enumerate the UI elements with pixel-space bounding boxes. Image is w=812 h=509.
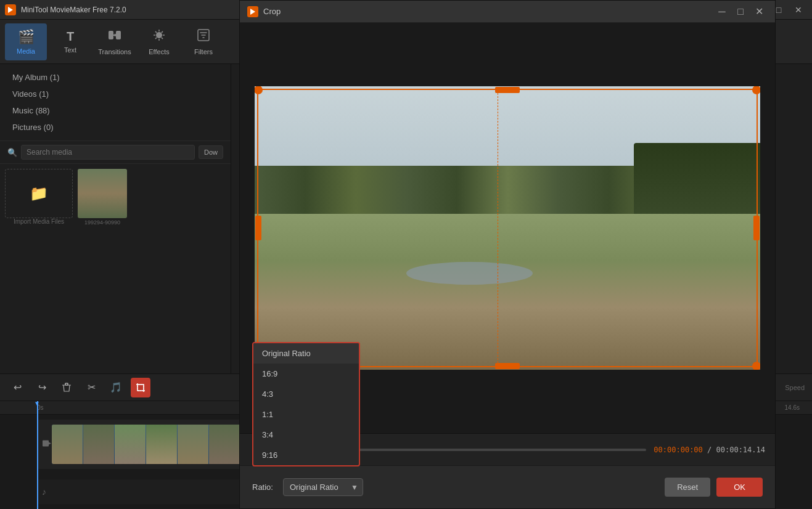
transitions-icon <box>108 28 121 46</box>
toolbar-item-media[interactable]: 🎬 Media <box>5 23 47 60</box>
svg-rect-6 <box>137 385 144 391</box>
crop-handle-bottom-right[interactable] <box>752 362 760 370</box>
crop-handle-bottom[interactable] <box>495 363 520 369</box>
import-media-button[interactable]: 📁 <box>5 169 73 218</box>
import-media-label: Import Media Files <box>14 218 64 225</box>
ratio-option-9-16[interactable]: 9:16 <box>253 445 359 465</box>
svg-marker-9 <box>250 9 255 15</box>
undo-button[interactable]: ↩ <box>7 378 27 397</box>
svg-rect-1 <box>109 31 113 39</box>
timeline-mark-end: 14.6s <box>785 404 800 411</box>
toolbar-item-transitions[interactable]: Transitions <box>94 23 136 60</box>
svg-marker-8 <box>49 442 51 445</box>
toolbar-filters-label: Filters <box>194 48 213 55</box>
crop-handle-top-left[interactable] <box>255 86 263 94</box>
text-icon: T <box>67 30 74 44</box>
close-button[interactable]: ✕ <box>790 1 807 18</box>
audio-track-icon: ♪ <box>42 487 46 497</box>
crop-selection-box[interactable] <box>257 89 758 367</box>
time-separator: / <box>703 446 716 454</box>
crop-handle-top-right[interactable] <box>752 86 760 94</box>
search-input[interactable] <box>21 145 195 160</box>
sidebar-item-album[interactable]: My Album (1) <box>7 69 223 86</box>
svg-rect-2 <box>116 31 121 39</box>
crop-close-button[interactable]: ✕ <box>750 3 768 20</box>
toolbar-transitions-label: Transitions <box>98 48 131 55</box>
toolbar-text-label: Text <box>64 46 76 54</box>
sidebar-item-music[interactable]: Music (88) <box>7 102 223 119</box>
media-grid: 📁 Import Media Files 199294-90990 <box>0 164 231 373</box>
crop-title-bar: Crop ─ □ ✕ <box>240 1 775 23</box>
crop-maximize-button[interactable]: □ <box>732 3 749 20</box>
redo-button[interactable]: ↪ <box>32 378 52 397</box>
cut-button[interactable]: ✂ <box>81 378 101 397</box>
toolbar-item-text[interactable]: T Text <box>49 23 91 60</box>
svg-rect-5 <box>65 383 68 385</box>
ratio-option-original[interactable]: Original Ratio <box>253 343 359 364</box>
crop-action-buttons: Reset OK <box>665 478 763 497</box>
media-thumbnail[interactable] <box>78 169 127 218</box>
ratio-option-16-9[interactable]: 16:9 <box>253 364 359 384</box>
toolbar-item-filters[interactable]: Filters <box>182 23 224 60</box>
time-display: 00:00:00:00 / 00:00:14.14 <box>654 446 765 454</box>
clip-frames <box>52 425 240 464</box>
toolbar-item-effects[interactable]: Effects <box>138 23 180 60</box>
svg-rect-7 <box>43 441 49 447</box>
speed-label: Speed <box>785 384 805 391</box>
timeline-playhead[interactable] <box>37 401 38 509</box>
ok-button[interactable]: OK <box>716 478 763 497</box>
video-track-icon <box>42 439 52 450</box>
download-button[interactable]: Dow <box>199 145 223 159</box>
sidebar-item-pictures[interactable]: Pictures (0) <box>7 119 223 136</box>
sidebar-search-area: 🔍 Dow <box>0 141 231 164</box>
filters-icon <box>197 28 210 46</box>
delete-button[interactable] <box>57 378 76 397</box>
audio-button[interactable]: 🎵 <box>106 378 126 397</box>
crop-handle-left[interactable] <box>255 216 261 240</box>
effects-icon <box>152 28 166 46</box>
ratio-label: Ratio: <box>252 483 273 492</box>
media-icon: 🎬 <box>18 29 35 45</box>
crop-minimize-button[interactable]: ─ <box>713 3 731 20</box>
svg-marker-0 <box>8 7 13 13</box>
crop-button[interactable] <box>131 378 150 397</box>
svg-point-3 <box>156 32 162 38</box>
crop-video-frame <box>255 86 760 370</box>
media-item-label: 199294-90990 <box>84 219 120 226</box>
crop-dialog-title: Crop <box>263 7 708 16</box>
time-current: 00:00:00:00 <box>654 446 702 454</box>
crop-dialog-icon <box>247 6 258 17</box>
search-icon: 🔍 <box>7 148 17 157</box>
sidebar-item-videos[interactable]: Videos (1) <box>7 86 223 102</box>
crop-bottom-controls: Original Ratio 16:9 4:3 1:1 3:4 9:16 Rat… <box>240 465 775 508</box>
ratio-option-3-4[interactable]: 3:4 <box>253 425 359 445</box>
ratio-select-wrapper: Original Ratio 16:9 4:3 1:1 3:4 9:16 ▼ <box>283 478 363 496</box>
sidebar: My Album (1) Videos (1) Music (88) Pictu… <box>0 64 231 373</box>
ratio-dropdown-menu[interactable]: Original Ratio 16:9 4:3 1:1 3:4 9:16 <box>252 342 360 466</box>
crop-dialog: Crop ─ □ ✕ <box>239 0 776 509</box>
time-total: 00:00:14.14 <box>716 446 765 454</box>
ratio-option-1-1[interactable]: 1:1 <box>253 404 359 425</box>
crop-handle-right[interactable] <box>753 216 760 240</box>
ratio-option-4-3[interactable]: 4:3 <box>253 384 359 404</box>
folder-icon: 📁 <box>30 185 48 202</box>
ratio-select[interactable]: Original Ratio 16:9 4:3 1:1 3:4 9:16 <box>283 478 363 496</box>
reset-button[interactable]: Reset <box>665 478 710 497</box>
crop-dialog-controls: ─ □ ✕ <box>713 3 768 20</box>
sidebar-sections: My Album (1) Videos (1) Music (88) Pictu… <box>0 64 231 141</box>
toolbar-media-label: Media <box>17 47 35 55</box>
crop-handle-top[interactable] <box>495 87 520 93</box>
app-icon <box>5 4 16 15</box>
toolbar-effects-label: Effects <box>149 48 169 55</box>
